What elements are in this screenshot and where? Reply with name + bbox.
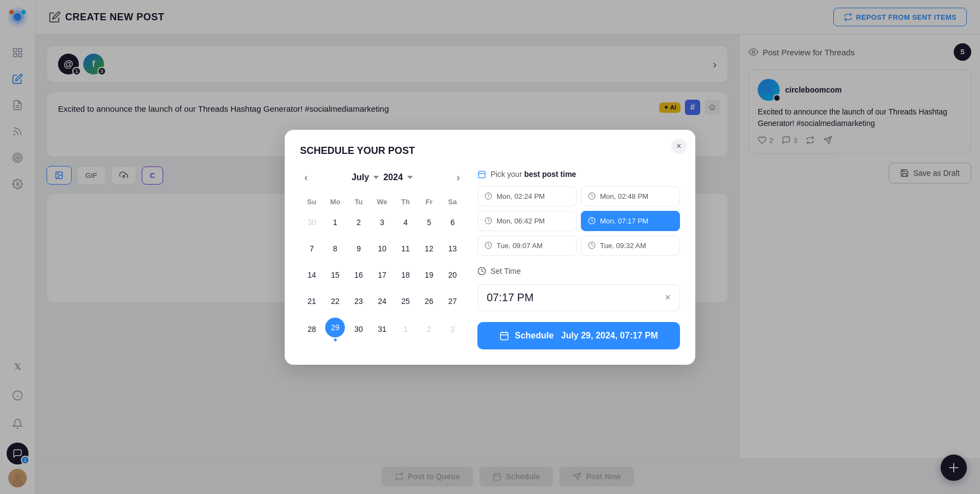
time-input-value[interactable]: 07:17 PM — [487, 291, 534, 304]
clock-icon — [485, 242, 492, 249]
cal-header-we: We — [371, 194, 394, 209]
time-slot-slot6[interactable]: Tue, 09:32 AM — [581, 235, 680, 256]
calendar-day[interactable]: 30 — [300, 209, 324, 235]
calendar-day[interactable]: 5 — [417, 209, 441, 235]
time-slot-label: Tue, 09:32 AM — [600, 242, 646, 250]
calendar-day[interactable]: 12 — [417, 235, 441, 262]
calendar-day[interactable]: 21 — [300, 288, 324, 314]
calendar-day[interactable]: 14 — [300, 262, 324, 288]
calendar-month: July — [351, 173, 369, 182]
calendar-day[interactable]: 11 — [394, 235, 417, 262]
time-slot-slot5[interactable]: Tue, 09:07 AM — [477, 235, 577, 256]
calendar-day[interactable]: 20 — [441, 262, 464, 288]
svg-marker-38 — [407, 176, 413, 179]
clock-icon — [588, 217, 596, 225]
time-clear-button[interactable]: × — [665, 292, 671, 303]
cal-header-mo: Mo — [324, 194, 347, 209]
time-slots-grid: Mon, 02:24 PM Mon, 02:48 PM Mon, 06:42 P… — [477, 186, 680, 256]
calendar-day[interactable]: 1 — [394, 314, 417, 344]
best-time-section: Pick your best post time Mon, 02:24 PM M… — [477, 170, 680, 349]
calendar-day[interactable]: 18 — [394, 262, 417, 288]
best-time-label: Pick your best post time — [491, 170, 576, 179]
calendar-day[interactable]: 26 — [417, 288, 441, 314]
time-slot-label: Mon, 06:42 PM — [497, 217, 545, 225]
cal-header-th: Th — [394, 194, 417, 209]
cal-header-su: Su — [300, 194, 324, 209]
calendar-day[interactable]: 24 — [371, 288, 394, 314]
svg-rect-39 — [479, 171, 485, 177]
calendar-check-icon — [477, 170, 486, 179]
calendar-prev-button[interactable]: ‹ — [300, 170, 312, 186]
clock-icon — [588, 192, 596, 200]
calendar-day[interactable]: 15 — [324, 262, 347, 288]
calendar-month-year: July 2024 — [351, 173, 413, 182]
calendar-section: ‹ July 2024 › Su Mo Tu — [300, 170, 464, 349]
schedule-modal: SCHEDULE YOUR POST × ‹ July 2024 › — [285, 130, 695, 365]
time-slot-slot2[interactable]: Mon, 02:48 PM — [581, 186, 680, 206]
calendar-day[interactable]: 10 — [371, 235, 394, 262]
cal-header-sa: Sa — [441, 194, 464, 209]
time-input-box: 07:17 PM × — [477, 284, 680, 311]
calendar-day[interactable]: 8 — [324, 235, 347, 262]
best-time-header: Pick your best post time — [477, 170, 680, 179]
modal-overlay: SCHEDULE YOUR POST × ‹ July 2024 › — [0, 0, 980, 494]
calendar-day[interactable]: 2 — [347, 209, 371, 235]
calendar-day[interactable]: 29 — [324, 314, 347, 344]
cal-header-fr: Fr — [417, 194, 441, 209]
calendar-grid: Su Mo Tu We Th Fr Sa 3012345678910111213… — [300, 194, 464, 344]
svg-rect-48 — [501, 332, 509, 340]
calendar-day[interactable]: 7 — [300, 235, 324, 262]
schedule-confirm-icon — [499, 331, 509, 341]
time-slot-label: Tue, 09:07 AM — [497, 242, 543, 250]
month-dropdown-icon — [373, 175, 379, 180]
calendar-day[interactable]: 9 — [347, 235, 371, 262]
calendar-day[interactable]: 3 — [371, 209, 394, 235]
calendar-day[interactable]: 25 — [394, 288, 417, 314]
calendar-day[interactable]: 28 — [300, 314, 324, 344]
set-time-row: Set Time — [477, 267, 680, 275]
calendar-day[interactable]: 19 — [417, 262, 441, 288]
time-slot-slot4[interactable]: Mon, 07:17 PM — [581, 211, 680, 231]
calendar-day[interactable]: 30 — [347, 314, 371, 344]
clock-icon — [588, 242, 596, 249]
calendar-next-button[interactable]: › — [452, 170, 464, 186]
clock-icon — [485, 217, 492, 225]
clock-icon — [485, 192, 492, 200]
calendar-day[interactable]: 31 — [371, 314, 394, 344]
close-icon: × — [676, 141, 681, 151]
year-dropdown-icon — [407, 175, 413, 180]
svg-marker-37 — [373, 176, 379, 179]
schedule-confirm-label: Schedule July 29, 2024, 07:17 PM — [515, 331, 658, 341]
calendar-day[interactable]: 17 — [371, 262, 394, 288]
calendar-day[interactable]: 3 — [441, 314, 464, 344]
time-slot-slot3[interactable]: Mon, 06:42 PM — [477, 211, 577, 231]
calendar-day[interactable]: 23 — [347, 288, 371, 314]
modal-body: ‹ July 2024 › Su Mo Tu — [300, 170, 680, 349]
time-slot-label: Mon, 07:17 PM — [600, 217, 648, 225]
calendar-day[interactable]: 22 — [324, 288, 347, 314]
calendar-day[interactable]: 16 — [347, 262, 371, 288]
modal-title: SCHEDULE YOUR POST — [300, 145, 680, 157]
calendar-year: 2024 — [383, 173, 403, 182]
calendar-day[interactable]: 2 — [417, 314, 441, 344]
time-slot-label: Mon, 02:24 PM — [497, 192, 545, 200]
time-slot-slot1[interactable]: Mon, 02:24 PM — [477, 186, 577, 206]
cal-header-tu: Tu — [347, 194, 371, 209]
calendar-header: ‹ July 2024 › — [300, 170, 464, 186]
clock-set-icon — [477, 267, 486, 275]
time-slot-label: Mon, 02:48 PM — [600, 192, 648, 200]
calendar-day[interactable]: 6 — [441, 209, 464, 235]
calendar-day[interactable]: 4 — [394, 209, 417, 235]
calendar-day[interactable]: 27 — [441, 288, 464, 314]
calendar-day[interactable]: 13 — [441, 235, 464, 262]
calendar-day[interactable]: 1 — [324, 209, 347, 235]
modal-close-button[interactable]: × — [671, 139, 687, 154]
schedule-confirm-button[interactable]: Schedule July 29, 2024, 07:17 PM — [477, 322, 680, 349]
set-time-label: Set Time — [491, 267, 521, 275]
